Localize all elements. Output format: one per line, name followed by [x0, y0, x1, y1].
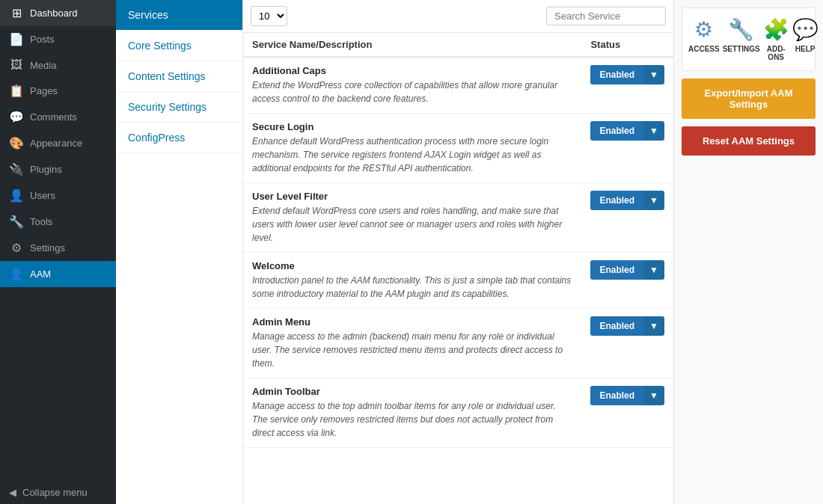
left-nav-configpress[interactable]: ConfigPress: [116, 123, 242, 153]
collapse-menu[interactable]: ◀ Collapse menu: [0, 481, 116, 504]
enabled-button[interactable]: Enabled: [590, 121, 643, 141]
access-label: ACCESS: [688, 45, 720, 53]
enabled-button[interactable]: Enabled: [590, 386, 643, 405]
appearance-icon: 🎨: [9, 136, 24, 150]
left-nav-content-settings[interactable]: Content Settings: [116, 61, 242, 92]
toggle-button[interactable]: ▼: [643, 316, 664, 336]
service-cell: Admin Toolbar Manage access to the top a…: [243, 378, 581, 448]
sidebar-item-aam[interactable]: 👤 AAM: [0, 261, 116, 287]
sidebar-item-appearance[interactable]: 🎨 Appearance: [0, 130, 116, 156]
center-top-bar: 10 25 50: [243, 0, 673, 33]
icon-help[interactable]: 💬 HELP: [792, 17, 819, 61]
toggle-button[interactable]: ▼: [643, 191, 664, 210]
status-wrapper: Enabled ▼: [590, 191, 664, 210]
left-nav-security-settings[interactable]: Security Settings: [116, 92, 242, 123]
service-name: Welcome: [252, 260, 572, 271]
users-icon: 👤: [9, 188, 24, 203]
comments-icon: 💬: [9, 110, 24, 124]
export-import-button[interactable]: Export/Import AAM Settings: [682, 79, 816, 119]
service-desc: Extend the WordPress core collection of …: [252, 80, 557, 104]
service-name: Admin Menu: [252, 316, 572, 328]
col-header-name: Service Name/Description: [243, 33, 581, 57]
media-icon: 🖼: [9, 58, 24, 72]
icon-grid: ⚙ ACCESS 🔧 SETTINGS 🧩 ADD-ONS 💬 HELP: [682, 7, 816, 71]
settings-gear-icon: 🔧: [728, 17, 754, 42]
posts-icon: 📄: [9, 32, 24, 46]
services-table: Service Name/Description Status Addition…: [243, 33, 673, 448]
aam-icon: 👤: [9, 267, 24, 281]
right-panel: ⚙ ACCESS 🔧 SETTINGS 🧩 ADD-ONS 💬 HELP Exp…: [673, 0, 823, 504]
sidebar-item-label: Posts: [30, 34, 55, 45]
center-panel: 10 25 50 Service Name/Description Status…: [243, 0, 673, 504]
icon-access[interactable]: ⚙ ACCESS: [688, 17, 720, 61]
settings-icon: ⚙: [9, 241, 24, 255]
service-name: Secure Login: [252, 121, 572, 132]
service-desc: Extend default WordPress core users and …: [252, 206, 562, 243]
enabled-button[interactable]: Enabled: [590, 260, 643, 280]
service-desc: Manage access to the admin (backend) mai…: [252, 331, 563, 369]
enabled-button[interactable]: Enabled: [590, 191, 643, 210]
toggle-button[interactable]: ▼: [643, 386, 664, 405]
status-cell: Enabled ▼: [581, 183, 673, 253]
help-label: HELP: [795, 45, 816, 53]
sidebar-item-label: AAM: [30, 268, 51, 280]
enabled-button[interactable]: Enabled: [590, 316, 643, 336]
status-wrapper: Enabled ▼: [590, 121, 664, 141]
sidebar-item-label: Settings: [30, 242, 65, 253]
dashboard-icon: ⊞: [9, 6, 24, 20]
sidebar-item-settings[interactable]: ⚙ Settings: [0, 235, 116, 261]
plugins-icon: 🔌: [9, 162, 24, 176]
toggle-button[interactable]: ▼: [643, 260, 664, 280]
table-row: Admin Menu Manage access to the admin (b…: [243, 309, 673, 378]
sidebar-item-plugins[interactable]: 🔌 Plugins: [0, 156, 116, 182]
sidebar-item-label: Comments: [30, 111, 77, 123]
col-header-status: Status: [581, 33, 673, 57]
search-input[interactable]: [546, 7, 666, 25]
addons-label: ADD-ONS: [763, 45, 789, 61]
sidebar-item-posts[interactable]: 📄 Posts: [0, 26, 116, 52]
left-nav-services[interactable]: Services: [116, 0, 242, 31]
service-name: Additional Caps: [252, 65, 572, 76]
status-cell: Enabled ▼: [581, 378, 673, 448]
sidebar-item-users[interactable]: 👤 Users: [0, 182, 116, 209]
left-nav-panel: Services Core Settings Content Settings …: [116, 0, 243, 504]
service-desc: Manage access to the top admin toolbar i…: [252, 401, 556, 438]
status-cell: Enabled ▼: [581, 309, 673, 378]
main-area: Services Core Settings Content Settings …: [116, 0, 823, 504]
tools-icon: 🔧: [9, 215, 24, 229]
settings-label: SETTINGS: [723, 45, 760, 53]
service-cell: Secure Login Enhance default WordPress a…: [243, 114, 581, 183]
service-name: Admin Toolbar: [252, 386, 572, 397]
reset-settings-button[interactable]: Reset AAM Settings: [682, 126, 816, 156]
sidebar-item-dashboard[interactable]: ⊞ Dashboard: [0, 0, 116, 26]
per-page-select[interactable]: 10 25 50: [251, 6, 287, 26]
icon-settings[interactable]: 🔧 SETTINGS: [723, 17, 760, 61]
service-cell: Additional Caps Extend the WordPress cor…: [243, 57, 581, 114]
status-wrapper: Enabled ▼: [590, 65, 664, 84]
access-icon: ⚙: [694, 17, 713, 42]
table-row: Admin Toolbar Manage access to the top a…: [243, 378, 673, 448]
sidebar-item-label: Tools: [30, 216, 52, 227]
left-nav-core-settings[interactable]: Core Settings: [116, 31, 242, 61]
sidebar-item-media[interactable]: 🖼 Media: [0, 52, 116, 78]
sidebar-item-label: Users: [30, 190, 55, 201]
sidebar-item-tools[interactable]: 🔧 Tools: [0, 209, 116, 235]
status-cell: Enabled ▼: [581, 114, 673, 183]
service-desc: Introduction panel to the AAM functional…: [252, 275, 571, 299]
addons-icon: 🧩: [763, 17, 789, 42]
sidebar-item-label: Pages: [30, 85, 58, 96]
status-cell: Enabled ▼: [581, 57, 673, 114]
pages-icon: 📋: [9, 84, 24, 98]
sidebar-item-label: Appearance: [30, 138, 82, 149]
toggle-button[interactable]: ▼: [643, 65, 664, 84]
table-row: Additional Caps Extend the WordPress cor…: [243, 57, 673, 114]
sidebar-item-comments[interactable]: 💬 Comments: [0, 104, 116, 130]
enabled-button[interactable]: Enabled: [590, 65, 643, 84]
sidebar-item-pages[interactable]: 📋 Pages: [0, 78, 116, 104]
service-cell: Welcome Introduction panel to the AAM fu…: [243, 253, 581, 309]
service-name: User Level Filter: [252, 191, 572, 202]
toggle-button[interactable]: ▼: [643, 121, 664, 141]
sidebar-item-label: Dashboard: [30, 7, 78, 19]
icon-addons[interactable]: 🧩 ADD-ONS: [763, 17, 789, 61]
sidebar: ⊞ Dashboard 📄 Posts 🖼 Media 📋 Pages 💬 Co…: [0, 0, 116, 504]
